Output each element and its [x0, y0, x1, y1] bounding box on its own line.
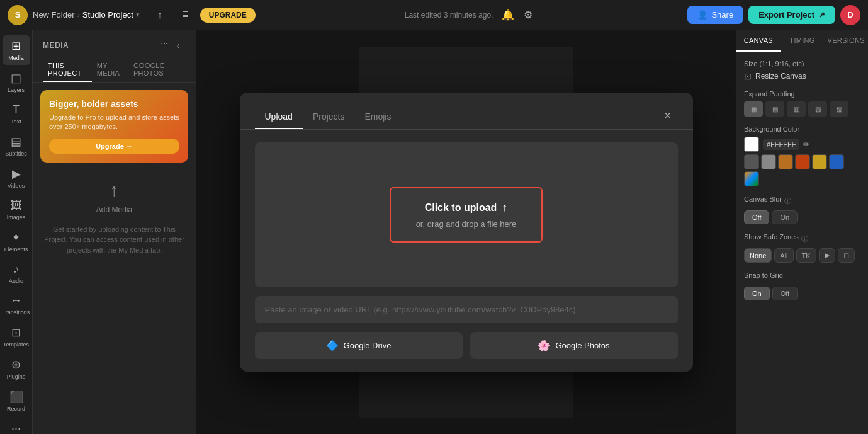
more-icon: ··· — [11, 422, 21, 434]
padding-opt-1[interactable]: ▦ — [744, 101, 763, 117]
upload-icon-button[interactable]: ↑ — [150, 5, 170, 25]
tab-versions[interactable]: VERSIONS — [824, 30, 868, 52]
tab-google-photos[interactable]: GOOGLE PHOTOS — [128, 58, 186, 82]
sidebar-item-record[interactable]: ⬛ Record — [3, 386, 30, 416]
google-drive-button[interactable]: 🔷 Google Drive — [255, 332, 463, 359]
pencil-icon[interactable]: ✏ — [803, 140, 809, 149]
share-label: Share — [711, 10, 733, 20]
sidebar-item-elements[interactable]: ✦ Elements — [3, 227, 30, 256]
modal-tab-projects[interactable]: Projects — [303, 105, 355, 129]
add-media-icon: ↑ — [110, 180, 119, 200]
sidebar-item-audio[interactable]: ♪ Audio — [3, 259, 30, 288]
upgrade-button[interactable]: UPGRADE — [200, 8, 256, 23]
tab-canvas[interactable]: CANVAS — [736, 30, 781, 52]
color-swatch-dark[interactable] — [744, 154, 759, 169]
snap-grid-on[interactable]: On — [744, 287, 770, 300]
upgrade-card-title: Bigger, bolder assets — [49, 99, 179, 109]
color-swatch-transparent[interactable] — [744, 171, 759, 186]
media-tabs: THIS PROJECT MY MEDIA GOOGLE PHOTOS — [33, 58, 196, 83]
upload-dropzone[interactable]: Click to upload ↑ or, drag and drop a fi… — [255, 142, 678, 287]
resize-icon: ⊡ — [744, 71, 752, 81]
icon-bar: ⊞ Media ◫ Layers T Text ▤ Subtitles ▶ Vi… — [0, 30, 33, 434]
upgrade-card: Bigger, bolder assets Upgrade to Pro to … — [40, 90, 188, 163]
snap-grid-off[interactable]: Off — [772, 287, 798, 300]
right-panel-tabs: CANVAS TIMING VERSIONS — [736, 30, 868, 52]
sidebar-item-more[interactable]: ··· More — [3, 418, 30, 434]
upgrade-card-button[interactable]: Upgrade → — [49, 139, 179, 154]
right-panel: CANVAS TIMING VERSIONS Size (1:1, 9:16, … — [736, 30, 868, 434]
media-icon: ⊞ — [11, 39, 21, 53]
media-more-icon[interactable]: ··· — [161, 38, 168, 53]
bg-color-swatch-white[interactable] — [744, 137, 759, 152]
modal-footer-buttons: 🔷 Google Drive 🌸 Google Photos — [255, 332, 678, 359]
subtitles-icon: ▤ — [11, 135, 21, 149]
safe-zone-youtube[interactable]: ▶ — [819, 248, 835, 263]
snap-grid-toggle: On Off — [744, 287, 860, 300]
google-photos-button[interactable]: 🌸 Google Photos — [470, 332, 678, 359]
add-media-label[interactable]: Add Media — [96, 205, 132, 214]
settings-button[interactable]: ⚙ — [518, 5, 538, 25]
safe-zone-instagram[interactable]: ◻ — [838, 248, 855, 263]
sidebar-item-media[interactable]: ⊞ Media — [3, 35, 30, 65]
notifications-button[interactable]: 🔔 — [498, 5, 518, 25]
project-name[interactable]: Studio Project — [82, 10, 133, 20]
elements-label: Elements — [4, 246, 28, 253]
sidebar-item-videos[interactable]: ▶ Videos — [3, 163, 30, 193]
tab-timing[interactable]: TIMING — [781, 30, 825, 52]
elements-icon: ✦ — [11, 231, 21, 244]
user-avatar[interactable]: D — [840, 5, 860, 25]
sidebar-item-images[interactable]: 🖼 Images — [3, 195, 30, 224]
padding-opt-2[interactable]: ▤ — [765, 101, 784, 117]
resize-canvas-row: ⊡ Resize Canvas — [744, 71, 860, 81]
desktop-preview-button[interactable]: 🖥 — [175, 5, 195, 25]
upload-cta-label: Click to upload — [425, 202, 497, 214]
audio-label: Audio — [9, 278, 23, 284]
modal-tab-upload[interactable]: Upload — [255, 105, 303, 129]
audio-icon: ♪ — [13, 263, 19, 276]
canvas-blur-off[interactable]: Off — [744, 210, 769, 224]
main-layout: ⊞ Media ◫ Layers T Text ▤ Subtitles ▶ Vi… — [0, 30, 868, 434]
sidebar-item-transitions[interactable]: ↔ Transitions — [3, 290, 30, 319]
modal-overlay[interactable]: Upload Projects Emojis × Click to upload… — [196, 30, 736, 434]
tab-my-media[interactable]: MY MEDIA — [92, 58, 128, 82]
padding-opt-3[interactable]: ▥ — [787, 101, 806, 117]
sidebar-item-subtitles[interactable]: ▤ Subtitles — [3, 131, 30, 161]
media-empty-description: Get started by uploading content to This… — [33, 224, 196, 256]
text-icon: T — [13, 103, 20, 117]
color-swatch-gray[interactable] — [761, 154, 776, 169]
sidebar-item-templates[interactable]: ⊡ Templates — [3, 322, 30, 351]
color-swatches — [744, 154, 860, 186]
safe-zone-none[interactable]: None — [744, 248, 772, 263]
color-swatch-red[interactable] — [795, 154, 810, 169]
info-icon: ⓘ — [784, 197, 791, 206]
safe-zone-tiktok[interactable]: TK — [796, 248, 816, 263]
color-swatch-brown[interactable] — [778, 154, 793, 169]
images-label: Images — [7, 214, 26, 220]
share-icon: 👤 — [697, 10, 707, 20]
color-swatch-blue[interactable] — [829, 154, 844, 169]
export-button[interactable]: Export Project ↗ — [748, 6, 835, 24]
paste-url-input[interactable] — [255, 296, 678, 323]
resize-canvas-button[interactable]: Resize Canvas — [755, 72, 806, 81]
media-collapse-button[interactable]: ‹ — [171, 38, 186, 53]
safe-zone-all[interactable]: All — [774, 248, 793, 263]
size-label: Size (1:1, 9:16, etc) — [744, 60, 860, 67]
canvas-blur-on[interactable]: On — [772, 210, 798, 224]
images-icon: 🖼 — [11, 199, 22, 212]
record-icon: ⬛ — [9, 390, 23, 404]
sidebar-item-layers[interactable]: ◫ Layers — [3, 67, 30, 97]
modal-tab-emojis[interactable]: Emojis — [354, 105, 401, 129]
padding-opt-5[interactable]: ▨ — [830, 101, 848, 117]
sidebar-item-text[interactable]: T Text — [3, 100, 30, 128]
bg-color-label: Background Color — [744, 125, 860, 133]
sidebar-item-plugins[interactable]: ⊕ Plugins — [3, 354, 30, 384]
size-section: Size (1:1, 9:16, etc) ⊡ Resize Canvas — [744, 60, 860, 81]
tab-this-project[interactable]: THIS PROJECT — [43, 58, 92, 82]
padding-opt-4[interactable]: ▧ — [808, 101, 827, 117]
chevron-down-icon[interactable]: ▾ — [136, 11, 140, 19]
color-swatch-gold[interactable] — [812, 154, 827, 169]
folder-name[interactable]: New Folder — [33, 10, 74, 20]
upload-cta-box[interactable]: Click to upload ↑ or, drag and drop a fi… — [390, 187, 543, 243]
share-button[interactable]: 👤 Share — [687, 6, 743, 24]
modal-close-button[interactable]: × — [658, 105, 678, 125]
